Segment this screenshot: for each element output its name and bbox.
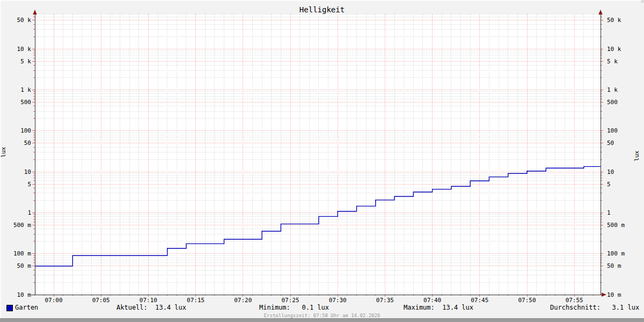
y-tick-label-right: 50 k bbox=[607, 17, 621, 24]
y-tick-label-left: 10 m bbox=[17, 291, 32, 298]
y-tick-label-left: 5 k bbox=[20, 58, 31, 65]
x-tick-label: 07:40 bbox=[423, 297, 441, 304]
y-tick-label-right: 100 m bbox=[607, 250, 625, 257]
y-tick-label-right: 1 bbox=[607, 209, 611, 216]
x-tick-label: 07:45 bbox=[471, 297, 488, 304]
bottom-window-bar bbox=[0, 318, 644, 322]
y-tick-label-left: 1 bbox=[27, 209, 31, 216]
y-tick-label-right: 50 m bbox=[607, 262, 621, 269]
y-tick-label-right: 5 bbox=[607, 181, 611, 188]
y-tick-label-right: 500 m bbox=[607, 222, 625, 229]
x-tick-label: 07:20 bbox=[234, 297, 252, 304]
legend-color-swatch bbox=[6, 305, 13, 311]
x-tick-label: 07:10 bbox=[140, 297, 157, 304]
y-tick-label-left: 10 bbox=[24, 169, 31, 175]
x-tick-label: 07:55 bbox=[566, 297, 583, 304]
stat-aktuell: Aktuell: 13.4 lux bbox=[116, 304, 186, 311]
y-tick-label-right: 1 k bbox=[607, 86, 618, 93]
y-axis-arrow-right bbox=[598, 10, 603, 14]
y-tick-label-right: 10 bbox=[607, 169, 614, 175]
y-tick-label-left: 50 m bbox=[17, 262, 32, 269]
y-tick-label-right: 50 bbox=[607, 140, 614, 147]
y-tick-label-left: 50 k bbox=[17, 17, 32, 24]
y-tick-label-left: 500 m bbox=[13, 222, 31, 229]
x-tick-label: 07:15 bbox=[187, 297, 204, 304]
rrdtool-graph: Helligkeit RRDTOOL / TOBI OETIKER lux lu… bbox=[0, 0, 644, 322]
stat-minimum: Minimum: 0.1 lux bbox=[259, 304, 329, 311]
stat-maximum: Maximum: 13.4 lux bbox=[404, 304, 473, 311]
y-tick-label-left: 100 m bbox=[13, 250, 31, 257]
y-tick-label-right: 100 bbox=[607, 127, 618, 134]
legend-row: Garten Aktuell: 13.4 lux Minimum: 0.1 lu… bbox=[0, 304, 644, 312]
y-tick-label-left: 50 bbox=[24, 140, 31, 147]
x-tick-label: 07:50 bbox=[518, 297, 536, 304]
stat-durchschnitt: Durchschnitt: 3.1 lux bbox=[550, 304, 639, 311]
x-tick-label: 07:00 bbox=[45, 297, 62, 304]
y-tick-label-left: 5 bbox=[27, 181, 31, 188]
y-tick-label-right: 5 k bbox=[607, 58, 618, 65]
y-tick-label-right: 10 k bbox=[607, 46, 621, 53]
creation-timestamp: Erstellungszeit: 07:58 Uhr am 14.02.2026 bbox=[0, 313, 644, 318]
x-axis-arrow bbox=[602, 292, 606, 297]
x-tick-label: 07:25 bbox=[281, 297, 299, 304]
y-tick-label-left: 10 k bbox=[17, 46, 32, 53]
y-tick-label-right: 500 bbox=[607, 99, 618, 106]
x-tick-label: 07:35 bbox=[376, 297, 394, 304]
chart-canvas: 50 k50 k10 k10 k5 k5 k1 k1 k500500100100… bbox=[0, 0, 644, 322]
y-axis-arrow-left bbox=[33, 10, 37, 14]
y-tick-label-left: 100 bbox=[20, 127, 31, 134]
y-tick-label-left: 500 bbox=[20, 99, 31, 106]
legend-series-label: Garten bbox=[15, 304, 38, 311]
x-tick-label: 07:30 bbox=[329, 297, 347, 304]
y-tick-label-right: 10 m bbox=[607, 291, 621, 298]
x-tick-label: 07:05 bbox=[92, 297, 110, 304]
y-tick-label-left: 1 k bbox=[20, 86, 31, 93]
